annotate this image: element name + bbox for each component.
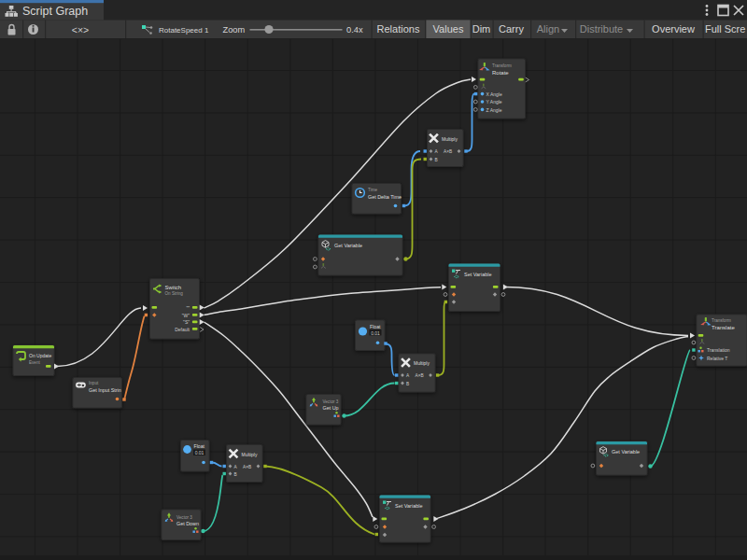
svg-text:Get Delta Time: Get Delta Time (368, 194, 402, 200)
svg-text:Transform: Transform (492, 63, 512, 68)
svg-text:Relations: Relations (377, 23, 420, 35)
svg-text:0.01: 0.01 (371, 330, 380, 336)
svg-text:Get Input Strin: Get Input Strin (89, 387, 121, 393)
svg-text:Float: Float (370, 324, 381, 329)
svg-text:Y Angle: Y Angle (486, 99, 502, 105)
svg-text:Overview: Overview (652, 23, 695, 35)
svg-text:Vector 3: Vector 3 (323, 399, 339, 404)
svg-text:Get Down: Get Down (176, 521, 199, 526)
svg-text:Relative T: Relative T (707, 356, 727, 361)
svg-text:Get Variable: Get Variable (612, 449, 640, 455)
svg-text:B: B (406, 382, 409, 386)
svg-text:Get Up: Get Up (323, 405, 339, 411)
svg-text:"": "" (186, 305, 190, 311)
svg-text:Distribute: Distribute (580, 23, 623, 35)
svg-text:Translate: Translate (712, 325, 735, 330)
svg-text:B: B (234, 472, 237, 477)
svg-text:"S": "S" (183, 319, 190, 325)
svg-text:Dim: Dim (472, 23, 491, 35)
svg-text:A×B: A×B (243, 465, 251, 469)
svg-text:B: B (435, 158, 438, 162)
svg-text:Multiply: Multiply (242, 452, 258, 457)
svg-text:Event: Event (29, 360, 40, 365)
svg-text:Set Variable: Set Variable (464, 272, 492, 277)
svg-text:0.01: 0.01 (195, 450, 204, 455)
svg-text:RotateSpeed 1: RotateSpeed 1 (159, 26, 209, 35)
svg-text:Z Angle: Z Angle (486, 107, 502, 113)
svg-text:Translation: Translation (707, 347, 730, 353)
svg-text:On Update: On Update (29, 353, 51, 358)
svg-text:Align: Align (537, 23, 559, 35)
svg-text:Rotate: Rotate (492, 70, 509, 76)
svg-text:Get Variable: Get Variable (334, 243, 362, 248)
svg-text:<×>: <×> (72, 24, 89, 35)
svg-text:X Angle: X Angle (486, 91, 502, 97)
svg-text:Vector 3: Vector 3 (176, 515, 192, 520)
svg-text:Multiply: Multiply (442, 136, 458, 142)
svg-text:"W": "W" (182, 313, 190, 318)
svg-text:A×B: A×B (444, 149, 452, 154)
svg-text:Full Scre: Full Scre (705, 23, 745, 35)
svg-text:0.4x: 0.4x (346, 25, 363, 35)
svg-text:Script Graph: Script Graph (22, 5, 88, 18)
svg-text:Switch: Switch (165, 285, 182, 290)
svg-text:Transform: Transform (712, 318, 731, 323)
svg-text:On String: On String (165, 291, 184, 296)
svg-text:Carry: Carry (499, 23, 524, 35)
svg-text:Input: Input (89, 381, 99, 385)
svg-text:Zoom: Zoom (223, 25, 246, 35)
svg-text:Multiply: Multiply (414, 360, 430, 366)
svg-text:Values: Values (433, 23, 464, 35)
svg-text:Default: Default (175, 327, 190, 332)
svg-text:A×B: A×B (416, 373, 424, 378)
svg-text:Float: Float (194, 443, 205, 449)
svg-text:Time: Time (368, 188, 377, 192)
svg-text:Set Variable: Set Variable (395, 503, 423, 509)
